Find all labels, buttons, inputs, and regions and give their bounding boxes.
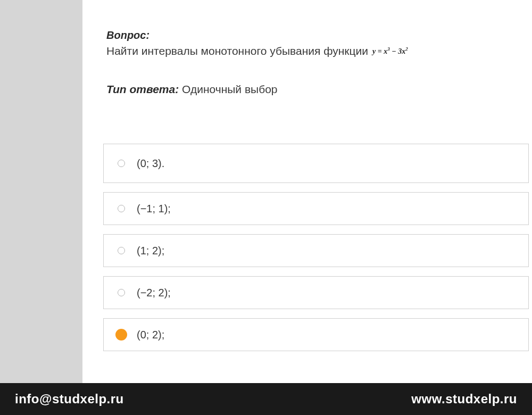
option-row[interactable]: (0; 2);: [103, 318, 529, 351]
answer-type-value: Одиночный выбор: [182, 83, 278, 95]
option-text: (−1; 1);: [137, 203, 171, 215]
question-formula: y = x3 − 3x2: [372, 46, 408, 56]
question-body: Найти интервалы монотонного убывания фун…: [106, 45, 368, 57]
answer-type-label: Тип ответа:: [106, 83, 179, 95]
option-text: (0; 2);: [137, 329, 164, 341]
options-list: (0; 3). (−1; 1); (1; 2); (−2; 2); (0; 2)…: [103, 144, 532, 351]
option-row[interactable]: (0; 3).: [103, 144, 529, 183]
footer-bar: info@studxelp.ru www.studxelp.ru: [0, 383, 532, 415]
option-text: (0; 3).: [137, 157, 164, 170]
radio-icon[interactable]: [118, 247, 125, 254]
answer-type-row: Тип ответа: Одиночный выбор: [106, 83, 532, 96]
question-label: Вопрос:: [106, 29, 532, 42]
radio-selected-icon[interactable]: [115, 329, 127, 341]
option-row[interactable]: (−2; 2);: [103, 276, 529, 309]
radio-icon[interactable]: [118, 205, 125, 212]
footer-email: info@studxelp.ru: [15, 392, 124, 406]
option-text: (1; 2);: [137, 245, 164, 257]
radio-icon[interactable]: [118, 289, 125, 296]
question-text: Найти интервалы монотонного убывания фун…: [106, 45, 532, 57]
radio-icon[interactable]: [118, 160, 125, 167]
option-row[interactable]: (1; 2);: [103, 234, 529, 267]
footer-website: www.studxelp.ru: [411, 392, 517, 406]
option-text: (−2; 2);: [137, 287, 171, 299]
content-card: Вопрос: Найти интервалы монотонного убыв…: [82, 0, 532, 383]
option-row[interactable]: (−1; 1);: [103, 192, 529, 225]
